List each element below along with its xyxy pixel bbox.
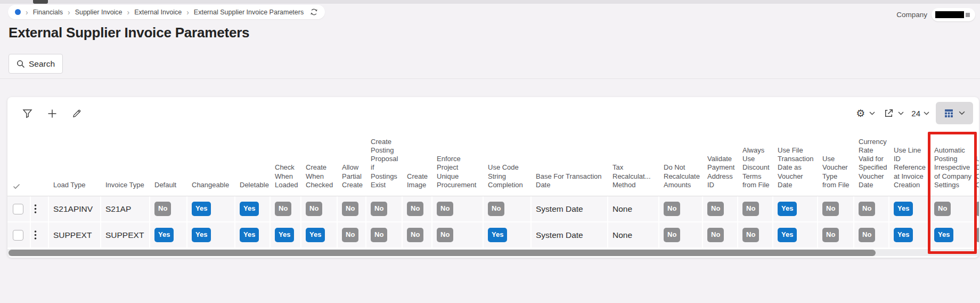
column-header-select-all[interactable] (7, 184, 31, 196)
breadcrumb-item[interactable]: External Invoice (134, 9, 182, 16)
column-header-currency_rate_valid[interactable]: Currency Rate Valid for Specified Vouche… (854, 138, 889, 196)
toggle-badge-changeable[interactable]: Yes (192, 202, 211, 216)
toggle-badge-validate_payment_address_id[interactable]: No (707, 228, 724, 242)
toggle-badge-check_when_loaded[interactable]: No (275, 202, 291, 216)
view-toggle-button[interactable] (936, 102, 973, 124)
column-header-changeable[interactable]: Changeable (187, 181, 235, 196)
chevron-right-icon: › (186, 9, 189, 16)
view-grid-icon (944, 109, 953, 118)
clipped-badge (976, 228, 979, 242)
toggle-badge-use_file_transaction_date[interactable]: Yes (778, 228, 797, 242)
toggle-badge-create_when_checked[interactable]: No (306, 202, 322, 216)
column-header-automatic_posting_irrespective[interactable]: Automatic Posting Irrespective of Compan… (930, 146, 975, 196)
toggle-badge-default[interactable]: No (154, 202, 171, 216)
cell-changeable: Yes (187, 196, 235, 221)
toggle-badge-use_code_string_completion[interactable]: No (488, 202, 504, 216)
toggle-badge-create_image[interactable]: No (407, 228, 423, 242)
kebab-menu-icon[interactable] (34, 204, 37, 214)
toggle-badge-always_use_discount_terms[interactable]: No (742, 228, 759, 242)
toggle-badge-allow_partial_create[interactable]: No (342, 202, 358, 216)
clipped-badge (976, 202, 979, 216)
scrollbar-thumb[interactable] (9, 250, 876, 256)
page-size-selector[interactable]: 24 (911, 109, 929, 118)
kebab-menu-icon[interactable] (34, 230, 37, 240)
column-header-validate_payment_address_id[interactable]: Validate Payment Address ID (703, 155, 738, 196)
column-header-check_when_loaded[interactable]: Check When Loaded (271, 163, 301, 196)
toggle-badge-create_when_checked[interactable]: Yes (306, 228, 325, 242)
column-header-tax_recalculation_method[interactable]: Tax Recalculat... Method (608, 163, 659, 196)
home-icon[interactable] (15, 9, 21, 15)
cell-base_for_transaction_date[interactable]: System Date (532, 222, 608, 248)
refresh-icon[interactable] (310, 8, 318, 16)
column-header-create_when_checked[interactable]: Create When Checked (301, 163, 338, 196)
toggle-badge-check_when_loaded[interactable]: Yes (275, 228, 294, 242)
breadcrumb-item[interactable]: External Supplier Invoice Parameters (194, 9, 304, 16)
toggle-badge-allow_partial_create[interactable]: No (342, 228, 358, 242)
filter-button[interactable] (21, 108, 34, 119)
cell-tax_recalculation_method[interactable]: None (608, 196, 659, 221)
toggle-badge-use_voucher_type_from_file[interactable]: No (822, 228, 839, 242)
column-header-allow_partial_create[interactable]: Allow Partial Create (338, 163, 366, 196)
column-header-load_type[interactable]: Load Type (49, 181, 101, 196)
toggle-badge-currency_rate_valid[interactable]: No (859, 202, 875, 216)
page: ›Financials›Supplier Invoice›External In… (0, 0, 980, 303)
toggle-badge-always_use_discount_terms[interactable]: No (742, 202, 759, 216)
cell-invoice_type[interactable]: SUPPEXT (101, 222, 150, 248)
toggle-badge-default[interactable]: Yes (154, 228, 174, 242)
company-value-pill[interactable] (932, 8, 975, 21)
toggle-badge-deletable[interactable]: Yes (240, 228, 259, 242)
column-header-use_voucher_type_from_file[interactable]: Use Voucher Type from File (818, 155, 854, 196)
column-header-use_line_id_reference[interactable]: Use Line ID Reference at Invoice Creatio… (889, 146, 930, 196)
search-button[interactable]: Search (9, 54, 63, 74)
toggle-badge-validate_payment_address_id[interactable]: No (707, 202, 724, 216)
toggle-badge-enforce_project_unique_procurement[interactable]: No (437, 228, 453, 242)
column-header-invoice_type[interactable]: Invoice Type (101, 181, 150, 196)
horizontal-scrollbar[interactable] (7, 249, 979, 256)
column-header-use_file_transaction_date[interactable]: Use File Transaction Date as Voucher Dat… (773, 146, 818, 196)
toggle-badge-use_line_id_reference[interactable]: Yes (894, 228, 913, 242)
table-row-S21APINV: S21APINVS21APNoYesYesNoNoNoNoNoNoNoSyste… (7, 196, 979, 221)
toggle-badge-deletable[interactable]: Yes (240, 202, 259, 216)
cell-currency_rate_valid: No (854, 196, 889, 221)
cell-invoice_type[interactable]: S21AP (101, 196, 150, 221)
column-header-always_use_discount_terms[interactable]: Always Use Discount Terms from File (738, 146, 773, 196)
toggle-badge-use_code_string_completion[interactable]: Yes (488, 228, 507, 242)
cell-use_code_string_completion: No (484, 196, 532, 221)
row-checkbox[interactable] (13, 204, 23, 214)
toggle-badge-automatic_posting_irrespective[interactable]: No (934, 202, 951, 216)
column-header-enforce_project_unique_procurement[interactable]: Enforce Project Unique Procurement (432, 155, 484, 196)
toggle-badge-do_not_recalculate_amounts[interactable]: No (664, 202, 680, 216)
toggle-badge-create_posting_proposal[interactable]: No (371, 228, 387, 242)
cell-tax_recalculation_method[interactable]: None (608, 222, 659, 248)
column-header-use_code_string_completion[interactable]: Use Code String Completion (484, 163, 532, 196)
column-header-deletable[interactable]: Deletable (235, 181, 271, 196)
breadcrumb-item[interactable]: Supplier Invoice (75, 9, 123, 16)
add-button[interactable] (46, 108, 58, 119)
column-header-base_for_transaction_date[interactable]: Base For Transaction Date (532, 172, 608, 196)
toggle-badge-automatic_posting_irrespective[interactable]: Yes (934, 228, 953, 242)
cell-base_for_transaction_date[interactable]: System Date (532, 196, 608, 221)
header-divider (0, 78, 980, 79)
export-button[interactable] (883, 107, 905, 119)
toggle-badge-use_voucher_type_from_file[interactable]: No (822, 202, 839, 216)
toggle-badge-create_image[interactable]: No (407, 202, 423, 216)
cell-load_type[interactable]: SUPPEXT (49, 222, 101, 248)
toggle-badge-do_not_recalculate_amounts[interactable]: No (664, 228, 680, 242)
column-header-create_posting_proposal[interactable]: Create Posting Proposal if Postings Exis… (366, 138, 403, 196)
toggle-badge-currency_rate_valid[interactable]: No (859, 228, 875, 242)
cell-load_type[interactable]: S21APINV (49, 196, 101, 221)
toggle-badge-create_posting_proposal[interactable]: No (371, 202, 387, 216)
row-checkbox[interactable] (13, 230, 23, 241)
toggle-badge-enforce_project_unique_procurement[interactable]: No (437, 202, 453, 216)
settings-button[interactable]: ⚙ (855, 107, 876, 119)
column-header-do_not_recalculate_amounts[interactable]: Do Not Recalculate Amounts (659, 163, 703, 196)
column-header-default[interactable]: Default (150, 181, 187, 196)
breadcrumb-item[interactable]: Financials (33, 9, 63, 16)
toggle-badge-use_file_transaction_date[interactable]: Yes (778, 202, 797, 216)
toggle-badge-changeable[interactable]: Yes (192, 228, 211, 242)
column-header-create_image[interactable]: Create Image (403, 172, 432, 196)
company-selector[interactable]: Company (896, 8, 975, 21)
edit-button[interactable] (71, 108, 83, 119)
toggle-badge-use_line_id_reference[interactable]: Yes (894, 202, 913, 216)
chevron-down-icon (924, 111, 929, 115)
